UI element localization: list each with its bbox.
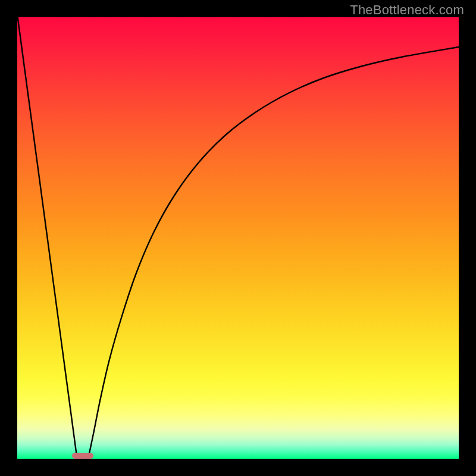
right-rising-curve (89, 47, 459, 456)
curves-svg (17, 17, 459, 459)
curve-layer (17, 17, 459, 459)
chart-frame: TheBottleneck.com (0, 0, 476, 476)
watermark-text: TheBottleneck.com (350, 2, 464, 18)
left-descending-line (17, 17, 77, 456)
minimum-marker (72, 453, 93, 459)
plot-area (17, 17, 459, 459)
